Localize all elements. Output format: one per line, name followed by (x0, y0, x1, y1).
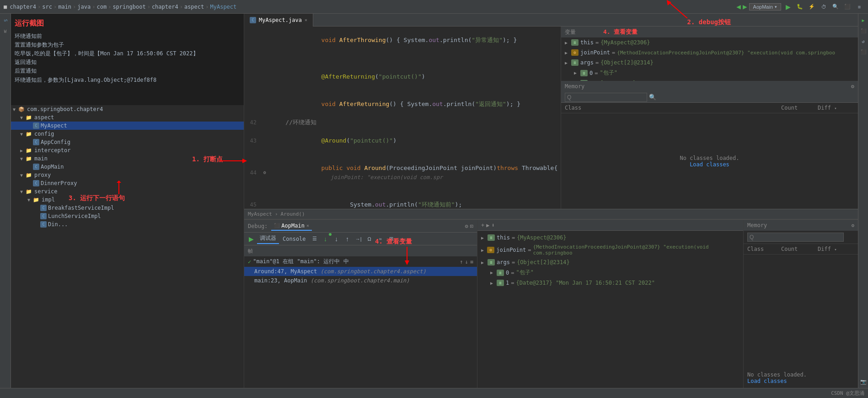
right-icon-3[interactable]: ↺ (859, 37, 868, 46)
right-icon-1[interactable]: ▶ (859, 16, 868, 25)
run-button[interactable]: ▶ (783, 2, 793, 12)
tree-item-din[interactable]: C Din... (11, 220, 244, 228)
sort-arrow-icon[interactable]: ▾ (834, 247, 836, 252)
frame-row-around[interactable]: Around:47, MyAspect (com.springboot.chap… (244, 267, 477, 276)
frame-row-main[interactable]: main:23, AopMain (com.springboot.chapter… (244, 276, 477, 285)
show-frames-button[interactable]: ☰ (310, 234, 320, 244)
tree-item-aopmain[interactable]: C AopMain (11, 163, 244, 171)
web-icon[interactable]: W (0, 27, 11, 37)
nav-back-icon[interactable]: ◀ (736, 2, 741, 11)
memory-gear-icon[interactable]: ⚙ (851, 223, 854, 228)
tree-item-com-springboot[interactable]: ▼ 📦 com.springboot.chapter4 (11, 105, 244, 113)
tree-item-service[interactable]: ▼ 📁 service (11, 187, 244, 196)
editor-tab-myaspect[interactable]: C MyAspect.java ✕ (244, 14, 313, 27)
filter-icon[interactable]: ≡ (470, 259, 473, 265)
breadcrumb-chapter4-2[interactable]: chapter4 (152, 4, 178, 10)
evaluate-button[interactable]: Ω (364, 234, 375, 244)
var-expand-icon[interactable]: ▶ (490, 270, 497, 275)
breadcrumb-src[interactable]: src (42, 4, 52, 10)
bottom-var-args[interactable]: ▶ ≡ args = {Object[2]@2314} (477, 257, 743, 267)
maximize-icon[interactable]: ⊡ (470, 223, 473, 229)
memory-title: Memory (747, 222, 767, 228)
add-watch-icon[interactable]: ↑ (460, 259, 463, 265)
coverage-button[interactable]: ⚡ (807, 2, 817, 12)
profile-button[interactable]: ⏱ (819, 2, 829, 12)
var-expand-icon[interactable]: ▶ (565, 50, 571, 55)
frames-button[interactable]: ⊞ (386, 234, 396, 244)
var-row-args[interactable]: ▶ ≡ args = {Object[2]@2314} (561, 58, 858, 68)
console-tab[interactable]: Console (280, 235, 309, 243)
var-expand-icon[interactable]: ▶ (481, 248, 487, 253)
camera-icon[interactable]: 📷 (859, 377, 868, 386)
var-row-joinpoint[interactable]: ▶ ⚙ joinPoint = {MethodInvocationProceed… (561, 48, 858, 58)
close-debug-tab-icon[interactable]: ✕ (306, 223, 309, 228)
search-everywhere-button[interactable]: 🔍 (830, 2, 841, 12)
step-into-button[interactable]: ↓ (332, 234, 342, 244)
right-icon-2[interactable]: ⬛ (859, 26, 868, 35)
var-row-this[interactable]: ▶ ≡ this = {MyAspect@2306} (561, 37, 858, 48)
right-icon-4[interactable]: ⬛ (859, 47, 868, 56)
memory-settings-icon[interactable]: ⚙ (851, 83, 854, 90)
tree-item-config[interactable]: ▼ 📁 config (11, 130, 244, 138)
structure-icon[interactable]: S (0, 16, 11, 26)
bottom-var-0[interactable]: ▶ ≡ 0 = "包子" (477, 267, 743, 278)
code-editor[interactable]: void AfterThrowing() { System.out.printl… (244, 27, 561, 209)
stop-button[interactable]: ⬛ (842, 2, 852, 12)
bottom-vars-content: ▶ ≡ this = {MyAspect@2306} ▶ ⚙ joinPoint… (477, 231, 743, 388)
close-tab-icon[interactable]: ✕ (305, 17, 307, 22)
breadcrumb-springboot[interactable]: springboot (113, 4, 145, 10)
trace-button[interactable]: ≈ (375, 234, 386, 244)
var-row-args-0[interactable]: ▶ ≡ 0 = "包子" (561, 68, 858, 78)
step-out-button[interactable]: ↑ (343, 234, 353, 244)
folder-icon: 📁 (26, 172, 33, 178)
tree-item-interceptor[interactable]: ▶ 📁 interceptor (11, 146, 244, 154)
tree-item-myaspect[interactable]: C MyAspect (11, 122, 244, 130)
memory-search-input[interactable] (565, 93, 647, 102)
bottom-var-this[interactable]: ▶ ≡ this = {MyAspect@2306} (477, 233, 743, 243)
tree-item-impl[interactable]: ▼ 📁 impl (11, 196, 244, 204)
run-to-cursor-button[interactable]: →| (354, 234, 364, 244)
bottom-var-1[interactable]: ▶ ≡ 1 = {Date@2317} "Mon Jan 17 16:50:21… (477, 278, 743, 288)
tree-item-proxy[interactable]: ▼ 📁 proxy (11, 171, 244, 179)
title-bar: ■ chapter4 › src › main › java › com › s… (0, 0, 868, 14)
breadcrumb-aspect-label[interactable]: aspect (184, 4, 204, 10)
var-filter-icon[interactable]: ▶ (486, 222, 489, 228)
debug-tab-aopmain[interactable]: ⬛ AopMain ✕ (271, 222, 312, 231)
down-icon[interactable]: ↓ (465, 259, 468, 265)
var-expand-icon[interactable]: ▶ (565, 40, 571, 45)
breadcrumb-myaspect[interactable]: MyAspect (210, 4, 237, 10)
bottom-var-joinpoint[interactable]: ▶ ⚙ joinPoint = {MethodInvocationProceed… (477, 243, 743, 257)
run-config-button[interactable]: AopMain ▾ (749, 3, 781, 11)
var-expand-icon[interactable]: ▶ (490, 281, 497, 286)
add-var-icon[interactable]: + (481, 222, 484, 228)
tree-item-breakfastserviceimpl[interactable]: C BreakfastServiceImpl (11, 204, 244, 212)
settings-icon[interactable]: ⚙ (465, 223, 468, 229)
java-file-icon: C (33, 164, 39, 170)
more-debug-button[interactable]: » (397, 234, 407, 244)
bottom-memory-search-input[interactable] (747, 233, 844, 242)
var-sort-icon[interactable]: ⬇ (491, 222, 494, 228)
tree-item-appconfig[interactable]: C AppConfig (11, 138, 244, 146)
breadcrumb-java[interactable]: java (77, 4, 91, 10)
tree-item-lunchserviceimpl[interactable]: C LunchServiceImpl (11, 212, 244, 220)
var-expand-icon[interactable]: ▶ (481, 235, 488, 240)
tree-item-main[interactable]: ▼ 📁 main (11, 154, 244, 163)
step-over-button[interactable]: ↓ (321, 234, 331, 244)
tree-item-dinnerproxy[interactable]: C DinnerProxy (11, 179, 244, 187)
breadcrumb-com[interactable]: com (96, 4, 107, 10)
sort-icon[interactable]: ▾ (834, 106, 836, 111)
load-classes-btn[interactable]: Load classes (747, 378, 787, 384)
nav-forward-icon[interactable]: ▶ (743, 2, 747, 11)
var-expand-icon[interactable]: ▶ (574, 70, 580, 75)
breadcrumb-chapter4[interactable]: chapter4 (10, 4, 36, 10)
var-expand-icon[interactable]: ▶ (481, 260, 488, 265)
dinnerproxy-label: DinnerProxy (41, 180, 77, 186)
resume-button[interactable]: ▶ (246, 234, 256, 244)
load-classes-link[interactable]: Load classes (690, 161, 729, 168)
tree-item-aspect[interactable]: ▼ 📁 aspect (11, 113, 244, 122)
breadcrumb-main[interactable]: main (58, 4, 71, 10)
var-expand-icon[interactable]: ▶ (565, 60, 571, 65)
debug-run-button[interactable]: 🐛 (795, 2, 805, 12)
debugger-tab[interactable]: 调试器 (257, 233, 279, 244)
more-actions-button[interactable]: ≡ (854, 2, 864, 12)
